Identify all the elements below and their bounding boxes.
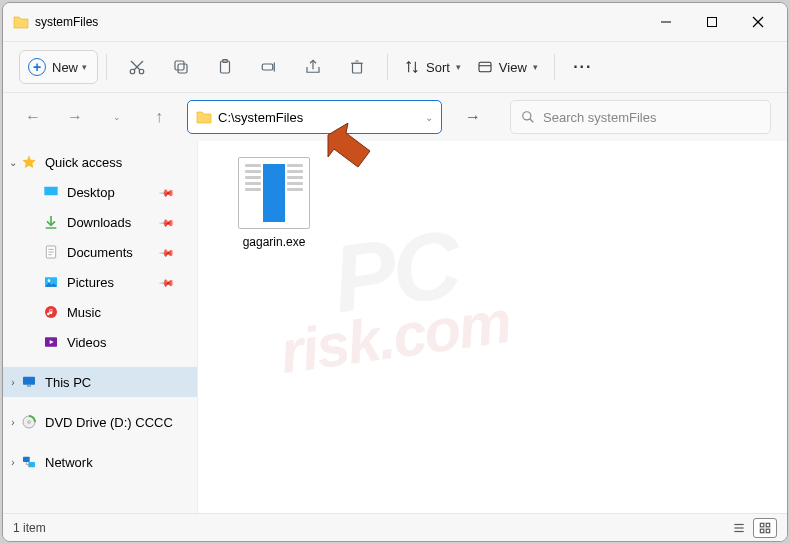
recent-chevron[interactable]: ⌄ — [103, 103, 131, 131]
desktop-icon — [43, 184, 59, 200]
share-button[interactable] — [291, 50, 335, 84]
sidebar-item-music[interactable]: Music — [3, 297, 197, 327]
sidebar: ⌄ Quick access Desktop 📌 Downloads 📌 Doc… — [3, 141, 198, 513]
sidebar-label: DVD Drive (D:) CCCC — [45, 415, 173, 430]
copy-button[interactable] — [159, 50, 203, 84]
address-bar[interactable]: C:\systemFiles ⌄ — [187, 100, 442, 134]
plus-icon: + — [28, 58, 46, 76]
svg-rect-32 — [27, 385, 31, 386]
sidebar-item-videos[interactable]: Videos — [3, 327, 197, 357]
svg-rect-43 — [766, 523, 770, 527]
chevron-right-icon: › — [7, 457, 19, 468]
svg-rect-42 — [760, 523, 764, 527]
separator — [387, 54, 388, 80]
file-item[interactable]: gagarin.exe — [230, 157, 318, 249]
svg-rect-8 — [178, 64, 187, 73]
sidebar-item-label: Pictures — [67, 275, 114, 290]
chevron-down-icon: ▾ — [82, 62, 87, 72]
svg-rect-9 — [175, 61, 184, 70]
svg-line-20 — [530, 119, 534, 123]
folder-icon — [13, 15, 29, 29]
svg-rect-31 — [23, 377, 35, 385]
more-button[interactable]: ··· — [563, 58, 603, 76]
item-count: 1 item — [13, 521, 46, 535]
pin-icon: 📌 — [159, 184, 175, 200]
chevron-down-icon: ⌄ — [7, 157, 19, 168]
disc-icon — [21, 414, 37, 430]
chevron-down-icon: ▾ — [456, 62, 461, 72]
svg-rect-21 — [44, 187, 57, 196]
svg-rect-17 — [479, 62, 491, 71]
svg-rect-44 — [760, 529, 764, 533]
maximize-button[interactable] — [689, 7, 735, 37]
sort-icon — [404, 59, 420, 75]
sidebar-item-downloads[interactable]: Downloads 📌 — [3, 207, 197, 237]
paste-button[interactable] — [203, 50, 247, 84]
explorer-window: systemFiles + New ▾ Sort ▾ View ▾ ··· — [2, 2, 788, 542]
details-view-button[interactable] — [727, 518, 751, 538]
titlebar: systemFiles — [3, 3, 787, 41]
pin-icon: 📌 — [159, 274, 175, 290]
search-icon — [521, 110, 535, 124]
pin-icon: 📌 — [159, 244, 175, 260]
chevron-right-icon: › — [7, 377, 19, 388]
window-title: systemFiles — [35, 15, 643, 29]
search-placeholder: Search systemFiles — [543, 110, 656, 125]
svg-rect-14 — [353, 63, 362, 73]
view-icon — [477, 59, 493, 75]
chevron-right-icon: › — [7, 417, 19, 428]
sidebar-item-label: Music — [67, 305, 101, 320]
go-refresh-button[interactable]: → — [456, 100, 490, 134]
content-area[interactable]: gagarin.exe — [198, 141, 787, 513]
program-icon — [238, 157, 310, 229]
sort-label: Sort — [426, 60, 450, 75]
star-icon — [21, 154, 37, 170]
sidebar-item-label: Videos — [67, 335, 107, 350]
search-input[interactable]: Search systemFiles — [510, 100, 771, 134]
sidebar-item-label: Desktop — [67, 185, 115, 200]
body: ⌄ Quick access Desktop 📌 Downloads 📌 Doc… — [3, 141, 787, 513]
sidebar-item-pictures[interactable]: Pictures 📌 — [3, 267, 197, 297]
new-label: New — [52, 60, 78, 75]
sidebar-item-desktop[interactable]: Desktop 📌 — [3, 177, 197, 207]
sidebar-quick-access[interactable]: ⌄ Quick access — [3, 147, 197, 177]
view-button[interactable]: View ▾ — [469, 50, 546, 84]
icons-view-button[interactable] — [753, 518, 777, 538]
sidebar-dvd-drive[interactable]: › DVD Drive (D:) CCCC — [3, 407, 197, 437]
back-button[interactable]: ← — [19, 103, 47, 131]
folder-icon — [196, 110, 212, 124]
download-icon — [43, 214, 59, 230]
svg-rect-12 — [262, 64, 273, 70]
sidebar-label: Quick access — [45, 155, 122, 170]
sidebar-this-pc[interactable]: › This PC — [3, 367, 197, 397]
close-button[interactable] — [735, 7, 781, 37]
delete-button[interactable] — [335, 50, 379, 84]
new-button[interactable]: + New ▾ — [19, 50, 98, 84]
sidebar-network[interactable]: › Network — [3, 447, 197, 477]
minimize-button[interactable] — [643, 7, 689, 37]
svg-rect-1 — [708, 18, 717, 27]
status-bar: 1 item — [3, 513, 787, 541]
navigation-bar: ← → ⌄ ↑ C:\systemFiles ⌄ → Search system… — [3, 93, 787, 141]
pictures-icon — [43, 274, 59, 290]
chevron-down-icon: ▾ — [533, 62, 538, 72]
cut-button[interactable] — [115, 50, 159, 84]
pin-icon: 📌 — [159, 214, 175, 230]
svg-point-19 — [523, 112, 531, 120]
svg-point-28 — [48, 279, 51, 282]
forward-button[interactable]: → — [61, 103, 89, 131]
music-icon — [43, 304, 59, 320]
sort-button[interactable]: Sort ▾ — [396, 50, 469, 84]
sidebar-item-label: Downloads — [67, 215, 131, 230]
sidebar-item-documents[interactable]: Documents 📌 — [3, 237, 197, 267]
separator — [106, 54, 107, 80]
toolbar: + New ▾ Sort ▾ View ▾ ··· — [3, 41, 787, 93]
file-name: gagarin.exe — [243, 235, 306, 249]
svg-point-34 — [28, 421, 31, 424]
sidebar-item-label: Documents — [67, 245, 133, 260]
separator — [554, 54, 555, 80]
rename-button[interactable] — [247, 50, 291, 84]
network-icon — [21, 454, 37, 470]
up-button[interactable]: ↑ — [145, 103, 173, 131]
document-icon — [43, 244, 59, 260]
